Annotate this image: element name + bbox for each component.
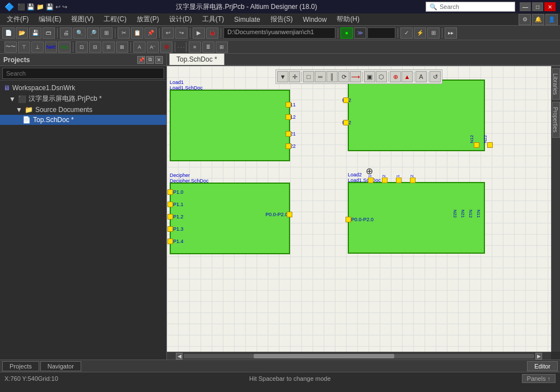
ctb-rotate[interactable]: ⟳ [338, 71, 349, 82]
tb2-r3[interactable]: ⊞ [216, 41, 228, 53]
load2-container: Load2 Load1.SchDoc N11 N12 N21 N22 N11 [348, 182, 485, 254]
tb-net-inspect[interactable]: ● [340, 27, 353, 39]
ctb-hex[interactable]: ⬡ [376, 71, 387, 82]
tb2-comp2[interactable]: ⊟ [89, 41, 101, 53]
search-input[interactable] [2, 68, 164, 79]
scroll-left-btn[interactable]: ◀ [176, 353, 183, 360]
panel-float-button[interactable]: ⧉ [146, 56, 154, 64]
menu-reports[interactable]: 报告(S) [266, 13, 297, 25]
menu-window[interactable]: Window [298, 15, 332, 25]
path-display[interactable]: D:\Documents\yuanwenjian\ch1 [223, 27, 335, 39]
tree-item-project[interactable]: ▼ ⬛ 汉字显示屏电路.PrjPcb * [0, 93, 166, 105]
minimize-button[interactable]: — [520, 2, 531, 11]
tb-copy[interactable]: 📋 [131, 27, 143, 39]
scroll-thumb[interactable] [254, 354, 394, 358]
ctb-text[interactable]: A [416, 71, 427, 82]
tb-zoom-out[interactable]: 🔎 [87, 27, 99, 39]
tb2-comp3[interactable]: ⊞ [102, 41, 115, 53]
tree-item-workspace[interactable]: 🖥 Workspace1.DsnWrk [0, 83, 166, 93]
menu-tools[interactable]: 工具(T) [198, 13, 228, 25]
tb-check[interactable]: ✓ [400, 27, 413, 39]
tb-open[interactable]: 📂 [16, 27, 28, 39]
ctb-undo[interactable]: ↺ [430, 71, 441, 82]
menubar: 文件(F) 编辑(E) 视图(V) 工程(C) 放置(P) 设计(D) 工具(T… [0, 13, 560, 26]
tb2-vcc[interactable]: ⊤ [18, 41, 30, 53]
display-block[interactable]: P12 P22 N12 N22 [348, 80, 485, 151]
load1-block[interactable]: P11 P12 P21 P22 [170, 90, 290, 161]
menu-place[interactable]: 放置(P) [132, 13, 164, 25]
settings-button[interactable]: ⚙ [519, 14, 531, 25]
tb2-cancel[interactable]: ⊗ [160, 41, 172, 53]
menu-file[interactable]: 文件(F) [2, 13, 33, 25]
tb2-comp4[interactable]: ⊠ [116, 41, 128, 53]
tb-more[interactable]: ▸▸ [445, 27, 457, 39]
tb2-vec[interactable]: Vec [58, 41, 71, 53]
menu-view[interactable]: 视图(V) [67, 13, 98, 25]
menu-edit[interactable]: 编辑(E) [34, 13, 66, 25]
ctb-comp[interactable]: ▣ [364, 71, 375, 82]
tb2-signal[interactable]: 〜〜 [4, 41, 17, 53]
ctb-filter[interactable]: ▼ [277, 71, 288, 82]
horizontal-scrollbar[interactable]: ◀ ▶ [167, 352, 551, 360]
tab-editor[interactable]: Editor [527, 361, 558, 371]
tb-run[interactable]: ▶ [193, 27, 205, 39]
tb-zoom-level[interactable] [367, 27, 395, 39]
tb-grid[interactable]: ⊞ [427, 27, 440, 39]
load2-block[interactable]: N11 N12 N21 N22 N11 N12 N21 N22 [348, 182, 485, 254]
menu-project[interactable]: 工程(C) [99, 13, 131, 25]
tb2-a1[interactable]: A [133, 41, 146, 53]
tb-debug[interactable]: 🐞 [206, 27, 218, 39]
tb-undo[interactable]: ↩ [162, 27, 174, 39]
tb-nav[interactable]: ≫ [354, 27, 366, 39]
tb-saveall[interactable]: 🗃 [43, 27, 55, 39]
close-button[interactable]: ✕ [544, 2, 556, 11]
properties-tab[interactable]: Properties [552, 102, 560, 138]
tb2-comp1[interactable]: ⊡ [76, 41, 88, 53]
ctb-add[interactable]: ✛ [289, 71, 300, 82]
tree-item-top-schdoc[interactable]: 📄 Top.SchDoc * [0, 115, 166, 125]
tb-zoom-fit[interactable]: ⊞ [100, 27, 113, 39]
tb2-net[interactable]: Net! [45, 41, 57, 53]
ctb-bus[interactable]: ║ [326, 71, 338, 82]
tb-new[interactable]: 📄 [2, 27, 15, 39]
tab-navigator[interactable]: Navigator [40, 361, 81, 371]
tb-zoom-in[interactable]: 🔍 [73, 27, 86, 39]
tb2-a2[interactable]: A⁻ [147, 41, 159, 53]
load2-pin-n11 [368, 178, 374, 183]
tb2-r1[interactable]: ≡ [189, 41, 201, 53]
decipher-block[interactable]: P1.0 P1.1 P1.2 P1.3 P1.4 P0.0-P2.0 [170, 183, 290, 254]
toolbar-secondary: 〜〜 ⊤ ⊥ Net! Vec ⊡ ⊟ ⊞ ⊠ A A⁻ ⊗ · · · ≡ ≣… [0, 40, 560, 54]
tb-save[interactable]: 💾 [29, 27, 41, 39]
maximize-button[interactable]: □ [532, 2, 543, 11]
tb-print[interactable]: 🖨 [60, 27, 72, 39]
tb2-gnd[interactable]: ⊥ [31, 41, 44, 53]
workspace-label: Workspace1.DsnWrk [12, 84, 75, 92]
tb2-r2[interactable]: ≣ [202, 41, 214, 53]
tb-cut[interactable]: ✂ [118, 27, 130, 39]
menu-help[interactable]: 帮助(H) [332, 13, 364, 25]
scroll-right-btn[interactable]: ▶ [535, 353, 542, 360]
tb-compile[interactable]: ⚡ [414, 27, 426, 39]
ctb-arrow[interactable]: ⟶ [350, 71, 361, 82]
grid-display: Grid:10 [38, 375, 58, 382]
dec-pin-p11-label: P1.1 [173, 202, 184, 207]
search-box[interactable]: 🔍 Search [426, 2, 515, 12]
libraries-tab[interactable]: Libraries [552, 68, 560, 100]
panels-button[interactable]: Panels ↑ [522, 374, 556, 383]
ctb-power[interactable]: ⊕ [390, 71, 401, 82]
notifications-button[interactable]: 🔔 [532, 14, 544, 25]
panel-pin-button[interactable]: 📌 [137, 56, 145, 64]
ctb-select[interactable]: □ [303, 71, 314, 82]
ctb-wire[interactable]: ═ [315, 71, 326, 82]
ctb-wave[interactable]: ▲ [402, 71, 413, 82]
user-button[interactable]: 👤 [545, 14, 558, 25]
tb-paste[interactable]: 📌 [144, 27, 157, 39]
panel-close-button[interactable]: ✕ [155, 56, 163, 64]
schematic-canvas[interactable]: ▼ ✛ □ ═ ║ ⟳ ⟶ ▣ ⬡ ⊕ ▲ A ↺ [167, 66, 551, 352]
tab-top-schdoc[interactable]: Top.SchDoc * [169, 53, 225, 65]
tb-redo[interactable]: ↪ [175, 27, 188, 39]
menu-simulate[interactable]: Simulate [230, 15, 265, 25]
menu-design[interactable]: 设计(D) [165, 13, 197, 25]
tree-item-source-folder[interactable]: ▼ 📁 Source Documents [0, 105, 166, 115]
tab-projects[interactable]: Projects [2, 361, 39, 371]
